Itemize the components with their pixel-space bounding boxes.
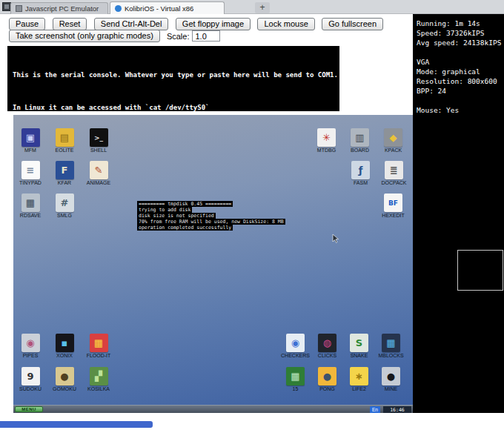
new-tab-button[interactable]: +: [255, 2, 270, 13]
notepad-icon: ≡: [21, 161, 40, 179]
desktop-icon-mtdbg[interactable]: ✳MTDBG: [310, 128, 343, 153]
ctrl-alt-del-button[interactable]: Send Ctrl-Alt-Del: [94, 18, 169, 30]
desktop-icon-hexedit[interactable]: BFHEXEDIT: [377, 194, 410, 219]
icon-group-bottom-left: ◉PIPES▪XONIX▦FLOOD-IT9SUDOKU●GOMOKU▞KOSI…: [13, 334, 116, 400]
desktop-icon-sudoku[interactable]: 9SUDOKU: [13, 367, 47, 400]
desktop-icon-board[interactable]: ▥BOARD: [343, 128, 377, 153]
scale-input[interactable]: [192, 30, 220, 42]
desktop-icon-rdsave[interactable]: ▦RDSAVE: [13, 194, 47, 226]
desktop-icon-label: ANIMAGE: [87, 180, 110, 186]
tab-kolibrios[interactable]: KolibriOS - Virtual x86: [110, 1, 225, 14]
desktop-icon-kpack[interactable]: ◆KPACK: [377, 128, 410, 153]
stat-mouse: Mouse: Yes: [417, 105, 504, 115]
desktop-icon-label: BOARD: [351, 148, 369, 153]
desktop-icon-flood-it[interactable]: ▦FLOOD-IT: [82, 334, 116, 367]
desktop-icon-kosilka[interactable]: ▞KOSILKA: [82, 367, 116, 400]
sudoku-game-icon: 9: [21, 367, 40, 386]
desktop-icon-pipes[interactable]: ◉PIPES: [13, 334, 47, 367]
get-floppy-button[interactable]: Get floppy image: [176, 18, 251, 30]
docs-pack-icon: ≣: [385, 161, 403, 179]
tab-bar: Javascript PC Emulator KolibriOS - Virtu…: [0, 0, 504, 14]
life2-game-icon: ∗: [350, 367, 368, 386]
kolibrios-favicon: [115, 5, 122, 12]
gomoku-game-icon: ●: [56, 367, 74, 386]
bottom-blue-bar: [0, 421, 153, 428]
boot-message-line: 70% from free RAM will be used, new Disk…: [137, 219, 285, 225]
desktop-icon-label: LIFE2: [352, 386, 366, 392]
desktop-icon-label: HEXEDIT: [382, 213, 404, 219]
tab-label: Javascript PC Emulator: [25, 4, 99, 13]
flood-it-game-icon: ▦: [90, 334, 108, 352]
desktop-icon-shell[interactable]: >_SHELL: [82, 128, 116, 161]
language-indicator[interactable]: En: [370, 406, 380, 413]
desktop-icon-animage[interactable]: ✎ANIMAGE: [82, 161, 116, 194]
desktop-icon-gomoku[interactable]: ●GOMOKU: [47, 367, 82, 400]
packer-icon: ◆: [384, 128, 402, 147]
stat-resolution: Resolution: 800x600: [417, 76, 504, 86]
desktop-icon-label: XONIX: [56, 353, 73, 359]
emulator-favicon: [16, 5, 22, 12]
icon-group-top-right-row1: ✳MTDBG▥BOARD◆KPACK: [310, 128, 410, 153]
desktop-icon-mfm[interactable]: ▣MFM: [13, 128, 47, 161]
mblocks-game-icon: ▦: [382, 334, 400, 352]
lock-mouse-button[interactable]: Lock mouse: [257, 18, 314, 30]
taskbar: MENU En 16:46: [13, 405, 413, 413]
desktop-icon-label: PIPES: [23, 353, 39, 359]
assembler-icon: ƒ: [351, 161, 370, 179]
screenshot-button[interactable]: Take screenshot (only graphic modes): [9, 30, 160, 42]
desktop-icon-label: CLICKS: [318, 353, 336, 359]
desktop-icon-15[interactable]: ▦15: [279, 367, 311, 400]
serial-console[interactable]: This is the serial console. Whatever you…: [7, 46, 339, 111]
hex-editor-icon: BF: [384, 194, 402, 212]
fullscreen-button[interactable]: Go fullscreen: [322, 18, 383, 30]
kosilka-game-icon: ▞: [90, 367, 108, 386]
taskbar-clock: 16:46: [383, 406, 411, 413]
desktop-icon-label: FASM: [354, 180, 368, 186]
desktop-icon-mine[interactable]: ●MINE: [375, 367, 407, 400]
desktop-icon-kfar[interactable]: FKFAR: [47, 161, 82, 194]
desktop-icon-label: MTDBG: [317, 148, 336, 153]
desktop-icon-label: KPACK: [385, 148, 402, 153]
boot-message-line: disk size is not specified: [137, 213, 216, 219]
desktop-icon-label: KOSILKA: [87, 386, 110, 392]
desktop-icon-pong[interactable]: ●PONG: [311, 367, 343, 400]
desktop-icon-label: SUDOKU: [19, 386, 42, 392]
desktop-icon-docpack[interactable]: ≣DOCPACK: [377, 161, 411, 186]
desktop-icon-mblocks[interactable]: ▦MBLOCKS: [375, 334, 407, 367]
desktop-icon-label: SHELL: [90, 148, 107, 153]
desktop-icon-snake[interactable]: SSNAKE: [343, 334, 375, 367]
clicks-game-icon: ◍: [318, 334, 336, 352]
pause-button[interactable]: Pause: [9, 18, 45, 30]
desktop-icon-label: CHECKERS: [281, 353, 310, 359]
desktop-icon-label: EOLITE: [56, 148, 74, 153]
menu-button[interactable]: MENU: [15, 406, 43, 412]
grid-app-icon: #: [56, 194, 74, 212]
desktop-icon-smlg[interactable]: #SMLG: [47, 194, 82, 226]
reset-button[interactable]: Reset: [53, 18, 87, 30]
pong-game-icon: ●: [318, 367, 336, 386]
desktop-icon-label: FLOOD-IT: [87, 353, 111, 359]
desktop-icon-clicks[interactable]: ◍CLICKS: [311, 334, 343, 367]
console-line-2: In Linux it can be accessed with `cat /d…: [13, 103, 334, 111]
paint-icon: ✎: [90, 161, 108, 179]
pipes-game-icon: ◉: [21, 334, 40, 352]
desktop-icon-checkers[interactable]: ◉CHECKERS: [279, 334, 311, 367]
desktop-icon-label: TINYPAD: [19, 180, 42, 186]
desktop-icon-life2[interactable]: ∗LIFE2: [343, 367, 375, 400]
desktop-icon-tinypad[interactable]: ≡TINYPAD: [13, 161, 47, 194]
desktop-icon-label: SNAKE: [351, 353, 368, 359]
desktop-icon-fasm[interactable]: ƒFASM: [344, 161, 377, 186]
desktop-icon-eolite[interactable]: ▤EOLITE: [47, 128, 82, 161]
browser-window: Javascript PC Emulator KolibriOS - Virtu…: [0, 0, 504, 430]
terminal-icon: >_: [90, 128, 108, 147]
stat-speed: Speed: 37326kIPS: [417, 28, 504, 38]
xonix-game-icon: ▪: [56, 334, 74, 352]
tab-label: KolibriOS - Virtual x86: [125, 4, 193, 13]
desktop-icon-xonix[interactable]: ▪XONIX: [47, 334, 82, 367]
board-icon: ▥: [351, 128, 369, 147]
disk-save-icon: ▦: [21, 194, 40, 212]
mouse-cursor-icon: [332, 234, 339, 244]
kolibrios-desktop[interactable]: ▣MFM▤EOLITE>_SHELL≡TINYPADFKFAR✎ANIMAGE▦…: [13, 115, 413, 413]
desktop-icon-label: MBLOCKS: [378, 353, 403, 359]
tab-js-pc-emulator[interactable]: Javascript PC Emulator: [10, 2, 108, 14]
